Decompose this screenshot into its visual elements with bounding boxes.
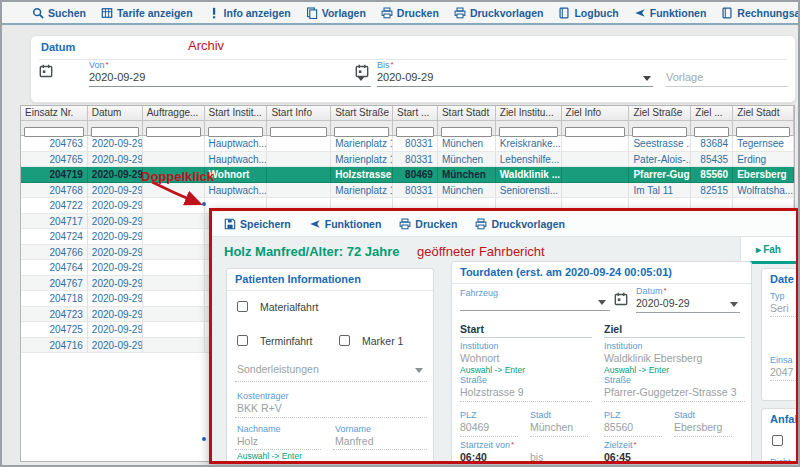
column-header-start-[interactable]: Start ... bbox=[393, 106, 438, 121]
column-filter-input[interactable] bbox=[270, 127, 327, 137]
toolbar-button-druckvorlagen[interactable]: Druckvorlagen bbox=[454, 7, 544, 19]
column-filter-cell bbox=[691, 121, 733, 136]
column-header-ziel-[interactable]: Ziel ... bbox=[691, 106, 733, 121]
column-header-start-stadt[interactable]: Start Stadt bbox=[438, 106, 496, 121]
anfall-checkbox[interactable] bbox=[772, 435, 783, 446]
toolbar-button-druckvorlagen[interactable]: Druckvorlagen bbox=[475, 218, 565, 230]
start-stadt-value[interactable]: München bbox=[530, 421, 573, 433]
column-filter-input[interactable] bbox=[208, 127, 264, 137]
table-cell: Hauptwach... bbox=[205, 136, 268, 152]
table-cell bbox=[143, 245, 205, 261]
caret-down-icon[interactable] bbox=[730, 302, 738, 307]
table-cell: 2020-09-29 bbox=[88, 307, 143, 323]
typ-value[interactable]: Seri bbox=[770, 302, 789, 314]
ziel-institution-value[interactable]: Waldklinik Ebersberg bbox=[604, 352, 702, 364]
table-cell bbox=[267, 152, 331, 168]
table-cell: Marienplatz 1 bbox=[331, 183, 393, 199]
caret-down-icon[interactable] bbox=[415, 368, 423, 373]
richtung-label: Richt bbox=[770, 457, 791, 461]
column-filter-input[interactable] bbox=[632, 127, 687, 137]
caret-down-icon[interactable] bbox=[643, 76, 651, 81]
table-row[interactable]: 2047192020-09-29WohnortHolzstrasse 98046… bbox=[21, 167, 794, 183]
save-icon bbox=[224, 218, 236, 230]
column-filter-input[interactable] bbox=[694, 127, 729, 137]
column-filter-input[interactable] bbox=[736, 127, 790, 137]
toolbar-button-label: Suchen bbox=[48, 7, 86, 19]
copy-icon bbox=[306, 7, 318, 19]
column-filter-input[interactable] bbox=[565, 127, 626, 137]
column-header-datum[interactable]: Datum bbox=[88, 106, 143, 121]
table-row[interactable]: 2047682020-09-29Hauptwach...Marienplatz … bbox=[21, 183, 794, 199]
table-cell bbox=[267, 167, 331, 183]
calendar-icon[interactable] bbox=[39, 64, 53, 78]
toolbar-button-drucken[interactable]: Drucken bbox=[381, 7, 439, 19]
toolbar-button-speichern[interactable]: Speichern bbox=[224, 218, 291, 230]
vorname-label: Vorname bbox=[335, 424, 371, 434]
table-cell: 204768 bbox=[21, 183, 88, 199]
column-filter-cell bbox=[629, 121, 691, 136]
bis-date-field[interactable] bbox=[355, 64, 369, 82]
toolbar-button-suchen[interactable]: Suchen bbox=[32, 7, 86, 19]
toolbar-button-funktionen[interactable]: Funktionen bbox=[634, 7, 707, 19]
table-cell bbox=[143, 152, 205, 168]
daten-card-header: Date bbox=[770, 273, 794, 285]
vorname-value[interactable]: Manfred bbox=[335, 435, 374, 447]
tab-fahrbericht[interactable]: ▸ Fah bbox=[740, 237, 796, 264]
toolbar-button-drucken[interactable]: Drucken bbox=[399, 218, 457, 230]
startzeit-value[interactable]: 06:40 bbox=[460, 451, 487, 461]
column-filter-input[interactable] bbox=[396, 127, 434, 137]
column-filter-input[interactable] bbox=[334, 127, 389, 137]
table-cell: 2020-09-29 bbox=[88, 152, 143, 168]
column-filter-input[interactable] bbox=[24, 127, 84, 137]
column-filter-input[interactable] bbox=[499, 127, 558, 137]
bis-value[interactable]: 2020-09-29 bbox=[377, 71, 433, 83]
toolbar-button-label: Rechnungsausgangsbuch bbox=[737, 7, 800, 19]
toolbar-button-vorlagen[interactable]: Vorlagen bbox=[306, 7, 366, 19]
column-header-einsatz-nr-[interactable]: Einsatz Nr. bbox=[21, 106, 88, 121]
von-date-field[interactable] bbox=[39, 64, 53, 82]
column-header-ziel-straße[interactable]: Ziel Straße bbox=[629, 106, 691, 121]
table-cell: Im Tal 11 bbox=[629, 183, 691, 199]
column-header-ziel-stadt[interactable]: Ziel Stadt bbox=[733, 106, 794, 121]
zielzeit-value[interactable]: 06:45 bbox=[604, 451, 631, 461]
start-strasse-value[interactable]: Holzstrasse 9 bbox=[460, 386, 524, 398]
toolbar-button-logbuch[interactable]: Logbuch bbox=[558, 7, 618, 19]
toolbar-button-rechnungsausgangsbuch[interactable]: Rechnungsausgangsbuch bbox=[721, 7, 800, 19]
ziel-plz-value[interactable]: 85560 bbox=[604, 421, 633, 433]
startzeit-bis-input[interactable]: bis bbox=[530, 451, 543, 461]
table-cell bbox=[143, 183, 205, 199]
table-row[interactable]: 2047652020-09-29Hauptwach...Marienplatz … bbox=[21, 152, 794, 168]
materialfahrt-checkbox[interactable] bbox=[237, 301, 248, 312]
column-header-start-info[interactable]: Start Info bbox=[267, 106, 331, 121]
start-institution-value[interactable]: Wohnort bbox=[460, 352, 500, 364]
column-header-auftragge-[interactable]: Auftragge... bbox=[143, 106, 205, 121]
tour-datum-value[interactable]: 2020-09-29 bbox=[636, 297, 690, 309]
toolbar-button-info-anzeigen[interactable]: Info anzeigen bbox=[208, 7, 291, 19]
vorlage-input[interactable]: Vorlage bbox=[666, 71, 703, 83]
calendar-icon[interactable] bbox=[614, 292, 628, 306]
materialfahrt-label: Materialfahrt bbox=[260, 301, 318, 313]
column-filter-input[interactable] bbox=[91, 127, 139, 137]
column-filter-input[interactable] bbox=[146, 127, 201, 137]
column-header-ziel-info[interactable]: Ziel Info bbox=[562, 106, 630, 121]
kostentraeger-value[interactable]: BKK R+V bbox=[237, 402, 282, 414]
start-plz-value[interactable]: 80469 bbox=[460, 421, 489, 433]
table-row[interactable]: 2047632020-09-29Hauptwach...Marienplatz … bbox=[21, 136, 794, 152]
ziel-strasse-value[interactable]: Pfarrer-Guggetzer-Strasse 3 bbox=[604, 386, 736, 398]
column-filter-input[interactable] bbox=[441, 127, 492, 137]
toolbar-button-funktionen[interactable]: Funktionen bbox=[309, 218, 382, 230]
caret-down-icon[interactable] bbox=[598, 300, 606, 305]
sonderleistungen-select[interactable]: Sonderleistungen bbox=[237, 363, 319, 375]
column-header-start-straße[interactable]: Start Straße bbox=[331, 106, 393, 121]
calendar-icon[interactable] bbox=[355, 64, 369, 78]
marker1-checkbox[interactable] bbox=[339, 335, 350, 346]
column-header-ziel-institu-[interactable]: Ziel Institu... bbox=[496, 106, 562, 121]
einsatz-value[interactable]: 2047 bbox=[770, 366, 793, 378]
column-header-start-instit-[interactable]: Start Instit... bbox=[205, 106, 268, 121]
toolbar-button-tarife-anzeigen[interactable]: Tarife anzeigen bbox=[101, 7, 193, 19]
terminfahrt-label: Terminfahrt bbox=[260, 335, 313, 347]
terminfahrt-checkbox[interactable] bbox=[237, 335, 248, 346]
von-value[interactable]: 2020-09-29 bbox=[89, 71, 145, 83]
nachname-value[interactable]: Holz bbox=[237, 435, 258, 447]
ziel-stadt-value[interactable]: Ebersberg bbox=[674, 421, 722, 433]
